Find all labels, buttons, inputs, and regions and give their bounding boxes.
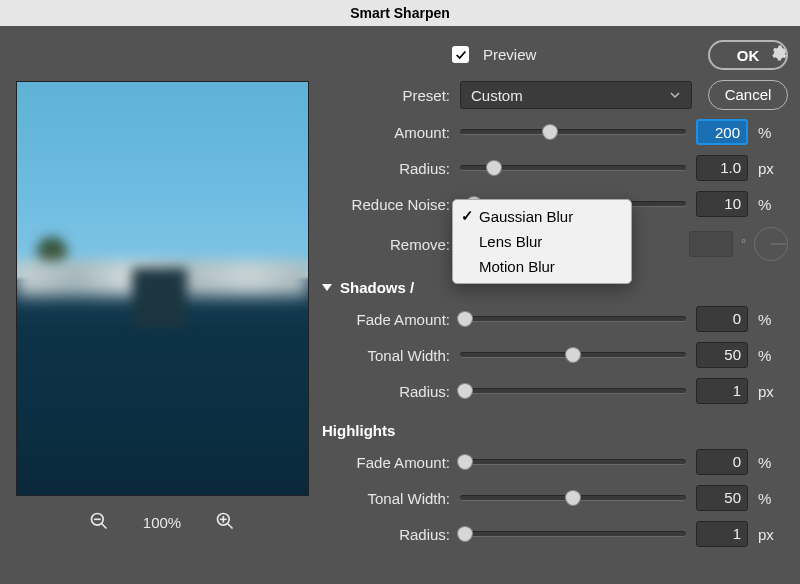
shadows-title: Shadows / (340, 279, 414, 296)
highlights-tonal-slider[interactable] (460, 495, 686, 501)
highlights-fade-input[interactable]: 0 (696, 449, 748, 475)
shadows-fade-unit: % (758, 311, 788, 328)
reduce-noise-unit: % (758, 196, 788, 213)
preset-select[interactable]: Custom (460, 81, 692, 109)
amount-unit: % (758, 124, 788, 141)
highlights-title: Highlights (322, 422, 788, 439)
highlights-tonal-input[interactable]: 50 (696, 485, 748, 511)
radius-input[interactable]: 1.0 (696, 155, 748, 181)
remove-dropdown[interactable]: Gaussian Blur Lens Blur Motion Blur (452, 199, 632, 284)
preset-label: Preset: (322, 87, 450, 104)
dialog-title: Smart Sharpen (0, 0, 800, 26)
shadows-fade-label: Fade Amount: (322, 311, 450, 328)
radius-label: Radius: (322, 160, 450, 177)
angle-dial (754, 227, 788, 261)
reduce-noise-label: Reduce Noise: (322, 196, 450, 213)
degree-symbol: ° (741, 237, 746, 251)
preview-label: Preview (483, 46, 536, 63)
ok-button[interactable]: OK (708, 40, 788, 70)
preview-checkbox[interactable] (452, 46, 469, 63)
svg-line-1 (101, 524, 106, 529)
remove-option-motion[interactable]: Motion Blur (453, 254, 631, 279)
radius-slider[interactable] (460, 165, 686, 171)
shadows-radius-input[interactable]: 1 (696, 378, 748, 404)
shadows-tonal-input[interactable]: 50 (696, 342, 748, 368)
highlights-fade-label: Fade Amount: (322, 454, 450, 471)
remove-option-lens[interactable]: Lens Blur (453, 229, 631, 254)
shadows-tonal-label: Tonal Width: (322, 347, 450, 364)
highlights-radius-input[interactable]: 1 (696, 521, 748, 547)
shadows-tonal-unit: % (758, 347, 788, 364)
preset-value: Custom (471, 87, 523, 104)
svg-line-4 (228, 524, 233, 529)
amount-label: Amount: (322, 124, 450, 141)
caret-down-icon (322, 284, 332, 291)
shadows-radius-unit: px (758, 383, 788, 400)
shadows-fade-slider[interactable] (460, 316, 686, 322)
highlights-radius-label: Radius: (322, 526, 450, 543)
cancel-button[interactable]: Cancel (708, 80, 788, 110)
shadows-radius-label: Radius: (322, 383, 450, 400)
amount-input[interactable]: 200 (696, 119, 748, 145)
reduce-noise-input[interactable]: 10 (696, 191, 748, 217)
radius-unit: px (758, 160, 788, 177)
zoom-level: 100% (143, 514, 181, 531)
highlights-fade-unit: % (758, 454, 788, 471)
highlights-tonal-label: Tonal Width: (322, 490, 450, 507)
highlights-fade-slider[interactable] (460, 459, 686, 465)
shadows-fade-input[interactable]: 0 (696, 306, 748, 332)
zoom-out-icon[interactable] (85, 511, 113, 534)
shadows-tonal-slider[interactable] (460, 352, 686, 358)
shadows-radius-slider[interactable] (460, 388, 686, 394)
chevron-down-icon (669, 89, 681, 101)
remove-label: Remove: (322, 236, 450, 253)
preview-image[interactable] (16, 81, 309, 496)
zoom-in-icon[interactable] (211, 511, 239, 534)
highlights-radius-slider[interactable] (460, 531, 686, 537)
remove-option-gaussian[interactable]: Gaussian Blur (453, 204, 631, 229)
angle-input (689, 231, 733, 257)
highlights-tonal-unit: % (758, 490, 788, 507)
highlights-radius-unit: px (758, 526, 788, 543)
amount-slider[interactable] (460, 129, 686, 135)
